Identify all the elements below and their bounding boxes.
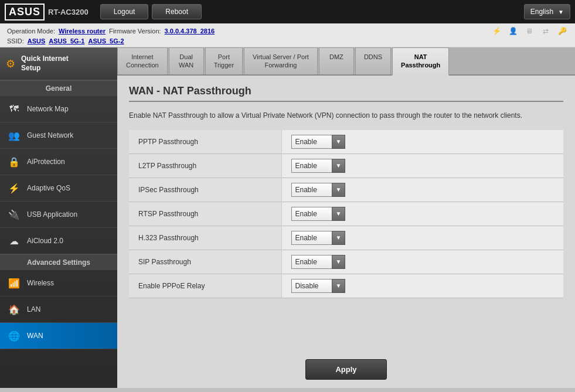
apply-button[interactable]: Apply: [305, 359, 386, 380]
tab-nat-passthrough[interactable]: NATPassthrough: [392, 47, 449, 76]
setup-icon: ⚙: [6, 57, 15, 70]
table-row: Enable PPPoE Relay Enable Disable ▼: [129, 274, 563, 298]
logout-button[interactable]: Logout: [100, 4, 149, 19]
sidebar-item-usb-label: USB Application: [27, 210, 77, 219]
ssid-5g1[interactable]: ASUS_5G-1: [49, 38, 84, 45]
firmware-value[interactable]: 3.0.0.4.378_2816: [165, 28, 215, 35]
h323-value: Enable Disable ▼: [281, 226, 563, 250]
sidebar-item-aicloud[interactable]: ☁ AiCloud 2.0: [0, 228, 117, 254]
pppoe-dropdown-wrap: Enable Disable ▼: [291, 279, 346, 293]
sip-dropdown-arrow[interactable]: ▼: [332, 255, 346, 269]
sidebar-item-network-map-label: Network Map: [27, 105, 69, 113]
sidebar-item-wireless-label: Wireless: [27, 279, 54, 287]
apply-section: Apply: [117, 351, 575, 388]
monitor-icon: 🖥: [523, 26, 535, 36]
quick-internet-setup[interactable]: ⚙ Quick InternetSetup: [0, 47, 117, 80]
pppoe-select[interactable]: Enable Disable: [291, 279, 332, 293]
statusbar-icons: ⚡ 👤 🖥 ⇄ 🔑: [491, 26, 568, 36]
sidebar-item-wan[interactable]: 🌐 WAN: [0, 323, 117, 349]
key-icon: 🔑: [556, 26, 568, 36]
adaptive-qos-icon: ⚡: [7, 181, 21, 195]
tab-ddns[interactable]: DDNS: [355, 47, 391, 74]
arrows-icon: ⇄: [540, 26, 552, 36]
rtsp-value: Enable Disable ▼: [281, 202, 563, 226]
signal-icon: ⚡: [491, 26, 502, 36]
sidebar: ⚙ Quick InternetSetup General 🗺 Network …: [0, 47, 117, 388]
pptp-select[interactable]: Enable Disable: [291, 135, 332, 149]
general-section-header: General: [0, 80, 117, 96]
h323-label: H.323 Passthrough: [129, 226, 281, 250]
settings-table: PPTP Passthrough Enable Disable ▼: [129, 130, 563, 298]
sidebar-item-lan[interactable]: 🏠 LAN: [0, 296, 117, 323]
chevron-down-icon: ▼: [558, 9, 564, 15]
tab-dmz[interactable]: DMZ: [319, 47, 354, 74]
sidebar-item-aiprotection[interactable]: 🔒 AiProtection: [0, 149, 117, 175]
tab-virtual-server[interactable]: Virtual Server / PortForwarding: [244, 47, 318, 74]
rtsp-select[interactable]: Enable Disable: [291, 207, 332, 221]
pppoe-label: Enable PPPoE Relay: [129, 274, 281, 298]
l2tp-label: L2TP Passthrough: [129, 154, 281, 178]
person-icon: 👤: [507, 26, 519, 36]
topbar: ASUS RT-AC3200 Logout Reboot English ▼: [0, 0, 575, 23]
language-selector[interactable]: English ▼: [524, 4, 570, 19]
sip-label: SIP Passthrough: [129, 250, 281, 274]
sip-select[interactable]: Enable Disable: [291, 255, 332, 269]
tab-internet-connection[interactable]: InternetConnection: [117, 47, 168, 74]
guest-network-icon: 👥: [7, 128, 21, 142]
topbar-buttons: Logout Reboot: [100, 4, 202, 19]
pppoe-dropdown-arrow[interactable]: ▼: [332, 279, 346, 293]
rtsp-label: RTSP Passthrough: [129, 202, 281, 226]
ipsec-select[interactable]: Enable Disable: [291, 183, 332, 197]
ipsec-label: IPSec Passthrough: [129, 178, 281, 202]
tab-dual-wan[interactable]: DualWAN: [169, 47, 204, 74]
sidebar-item-network-map[interactable]: 🗺 Network Map: [0, 96, 117, 122]
ssid-asus[interactable]: ASUS: [28, 38, 46, 45]
sidebar-item-aiprotection-label: AiProtection: [27, 158, 65, 166]
ipsec-dropdown-arrow[interactable]: ▼: [332, 183, 346, 197]
operation-mode-label: Operation Mode:: [7, 28, 55, 35]
advanced-section-header: Advanced Settings: [0, 254, 117, 270]
logo-asus: ASUS: [5, 4, 45, 21]
logo: ASUS RT-AC3200: [5, 4, 89, 21]
statusbar: Operation Mode: Wireless router Firmware…: [0, 23, 575, 47]
sidebar-item-adaptive-qos-label: Adaptive QoS: [27, 184, 70, 192]
reboot-button[interactable]: Reboot: [152, 4, 202, 19]
ipsec-value: Enable Disable ▼: [281, 178, 563, 202]
aiprotection-icon: 🔒: [7, 155, 21, 169]
ssid-5g2[interactable]: ASUS_5G-2: [88, 38, 124, 45]
page-title: WAN - NAT Passthrough: [129, 85, 563, 102]
sidebar-item-usb-application[interactable]: 🔌 USB Application: [0, 202, 117, 228]
statusbar-top: Operation Mode: Wireless router Firmware…: [7, 26, 568, 36]
tabs: InternetConnection DualWAN PortTrigger V…: [117, 47, 575, 76]
pptp-dropdown-arrow[interactable]: ▼: [332, 135, 346, 149]
sidebar-item-lan-label: LAN: [27, 305, 40, 313]
content-area: InternetConnection DualWAN PortTrigger V…: [117, 47, 575, 388]
aicloud-icon: ☁: [7, 234, 21, 248]
wan-icon: 🌐: [7, 329, 21, 343]
tab-port-trigger[interactable]: PortTrigger: [205, 47, 243, 74]
sidebar-item-adaptive-qos[interactable]: ⚡ Adaptive QoS: [0, 175, 117, 202]
rtsp-dropdown-wrap: Enable Disable ▼: [291, 207, 346, 221]
rtsp-dropdown-arrow[interactable]: ▼: [332, 207, 346, 221]
quick-setup-label: Quick InternetSetup: [21, 54, 69, 73]
sidebar-item-wireless[interactable]: 📶 Wireless: [0, 270, 117, 296]
table-row: IPSec Passthrough Enable Disable ▼: [129, 178, 563, 202]
h323-dropdown-arrow[interactable]: ▼: [332, 231, 346, 245]
ssid-label: SSID:: [7, 38, 24, 45]
page-description: Enable NAT Passthrough to allow a Virtua…: [129, 110, 563, 121]
ipsec-dropdown-wrap: Enable Disable ▼: [291, 183, 346, 197]
language-label: English: [530, 8, 553, 16]
sidebar-item-aicloud-label: AiCloud 2.0: [27, 237, 63, 245]
firmware-label: Firmware Version:: [109, 28, 161, 35]
network-map-icon: 🗺: [7, 102, 21, 116]
h323-select[interactable]: Enable Disable: [291, 231, 332, 245]
table-row: PPTP Passthrough Enable Disable ▼: [129, 130, 563, 154]
pptp-value: Enable Disable ▼: [281, 130, 563, 154]
l2tp-dropdown-arrow[interactable]: ▼: [332, 159, 346, 173]
l2tp-dropdown-wrap: Enable Disable ▼: [291, 159, 346, 173]
operation-mode-value[interactable]: Wireless router: [59, 28, 106, 35]
table-row: SIP Passthrough Enable Disable ▼: [129, 250, 563, 274]
sidebar-item-guest-network[interactable]: 👥 Guest Network: [0, 122, 117, 149]
l2tp-select[interactable]: Enable Disable: [291, 159, 332, 173]
usb-icon: 🔌: [7, 207, 21, 221]
